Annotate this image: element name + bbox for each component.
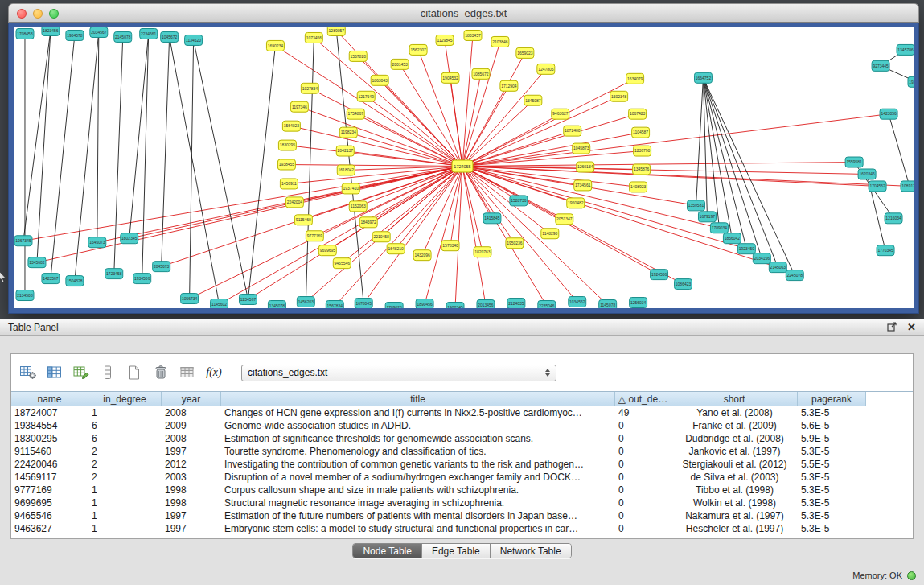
- column-header-short[interactable]: short: [671, 392, 798, 406]
- graph-node[interactable]: 1216034: [885, 213, 902, 224]
- graph-node[interactable]: 1236790: [634, 146, 651, 156]
- column-header-out_de[interactable]: △ out_de…: [615, 392, 671, 406]
- graph-node[interactable]: 1937410: [342, 183, 359, 194]
- tab-node-table[interactable]: Node Table: [353, 544, 422, 558]
- graph-node[interactable]: 1289057: [327, 27, 345, 35]
- graph-node[interactable]: 1345087: [524, 95, 542, 105]
- graph-node[interactable]: 2045673: [153, 262, 170, 272]
- table-row[interactable]: 1938455462009Genome-wide association stu…: [11, 419, 913, 432]
- graph-node[interactable]: 1152063: [349, 201, 367, 212]
- graph-node[interactable]: 2103846: [491, 36, 509, 47]
- graph-node[interactable]: 1712904: [500, 80, 518, 91]
- graph-node[interactable]: 1564023: [282, 121, 300, 131]
- graph-node[interactable]: 1938455: [277, 159, 295, 170]
- graph-node[interactable]: 1408923: [630, 182, 647, 192]
- graph-node[interactable]: 1345078: [268, 301, 285, 308]
- delete-trash-button[interactable]: [150, 362, 171, 383]
- graph-node[interactable]: 1067423: [629, 109, 647, 119]
- table-row[interactable]: 1456911722003Disruption of a novel membe…: [11, 471, 913, 484]
- graph-node[interactable]: 1664752: [694, 72, 712, 83]
- graph-node[interactable]: 1904578: [66, 30, 84, 40]
- graph-node[interactable]: 2042137: [336, 146, 354, 156]
- graph-node[interactable]: 1902345: [446, 303, 464, 308]
- graph-node[interactable]: 9463627: [552, 109, 569, 119]
- graph-node[interactable]: 1104587: [632, 127, 650, 138]
- graph-node[interactable]: 1567820: [349, 51, 367, 61]
- graph-node[interactable]: 2234561: [140, 28, 158, 39]
- graph-node[interactable]: 1734561: [574, 180, 592, 191]
- graph-node[interactable]: 1073456: [305, 32, 322, 43]
- graph-node[interactable]: 1823456: [42, 27, 60, 35]
- close-panel-button[interactable]: ✕: [907, 322, 916, 332]
- graph-node[interactable]: 1134520: [185, 35, 203, 45]
- graph-node[interactable]: 9465546: [333, 258, 351, 269]
- graph-node[interactable]: 1770345: [877, 245, 894, 256]
- column-header-name[interactable]: name: [11, 392, 88, 406]
- graph-node[interactable]: 1528736: [510, 196, 528, 206]
- graph-node[interactable]: 1789023: [385, 303, 403, 308]
- graph-node[interactable]: 2210458: [372, 232, 390, 242]
- graph-node[interactable]: 1678045: [355, 299, 372, 308]
- graph-node[interactable]: 1345602: [28, 257, 46, 268]
- graph-node[interactable]: 1198234: [339, 127, 357, 138]
- function-builder-button[interactable]: f(x): [203, 362, 224, 383]
- graph-node[interactable]: 1359581: [688, 200, 705, 211]
- new-document-button[interactable]: [124, 362, 145, 383]
- graph-node[interactable]: 1924506: [651, 270, 668, 280]
- graph-node[interactable]: 1924502: [908, 76, 914, 87]
- graph-node[interactable]: 1830295: [278, 140, 296, 150]
- graph-node[interactable]: 1056734: [181, 294, 199, 304]
- graph-node[interactable]: 1456911: [280, 179, 298, 189]
- graph-node[interactable]: 2145063: [769, 262, 786, 273]
- column-header-title[interactable]: title: [221, 392, 615, 406]
- graph-node[interactable]: 1504328: [66, 276, 84, 286]
- graph-node[interactable]: 1129845: [436, 35, 454, 45]
- graph-node[interactable]: 1904532: [441, 72, 459, 83]
- graph-node[interactable]: 1648210: [387, 244, 405, 254]
- table-row[interactable]: 1830029562008Estimation of significance …: [11, 432, 913, 445]
- table-row[interactable]: 2242004622012Investigating the contribut…: [11, 458, 913, 471]
- graph-node[interactable]: 1089123: [901, 181, 914, 192]
- graph-node[interactable]: 1267345: [14, 236, 32, 246]
- graph-node[interactable]: 1803457: [464, 30, 482, 40]
- graph-node[interactable]: 1345786: [897, 44, 914, 55]
- graph-node[interactable]: 2134508: [16, 290, 34, 301]
- graph-node[interactable]: 1950482: [567, 198, 585, 208]
- graph-node[interactable]: 1934506: [133, 274, 151, 284]
- minimize-window-button[interactable]: [33, 9, 43, 19]
- graph-node[interactable]: 1423567: [42, 274, 60, 284]
- table-row[interactable]: 977716911998Corpus callosum shape and si…: [11, 484, 913, 496]
- graph-node[interactable]: 1197346: [290, 101, 308, 112]
- graph-node[interactable]: 1845972: [359, 217, 377, 228]
- graph-node[interactable]: 1802345: [121, 233, 138, 244]
- graph-node[interactable]: 2051347: [556, 214, 573, 225]
- graph-node[interactable]: 1723458: [105, 269, 123, 279]
- graph-node[interactable]: 2145078: [114, 31, 132, 42]
- graph-node[interactable]: 9699695: [318, 245, 336, 256]
- graph-node[interactable]: 1423056: [880, 109, 897, 119]
- graph-node[interactable]: 2001453: [391, 59, 409, 69]
- zoom-window-button[interactable]: [49, 9, 59, 19]
- graph-node[interactable]: 1659023: [516, 47, 534, 58]
- graph-node[interactable]: 1148290: [541, 229, 559, 239]
- graph-node[interactable]: 1567834: [326, 301, 343, 308]
- graph-node[interactable]: 1562307: [409, 44, 427, 55]
- graph-node[interactable]: 1086423: [675, 279, 692, 290]
- graph-hub-node[interactable]: 1724055: [452, 160, 473, 172]
- graph-node[interactable]: 1923450: [737, 244, 755, 254]
- table-row[interactable]: 911546021997Tourette syndrome. Phenomeno…: [11, 445, 913, 458]
- column-header-year[interactable]: year: [162, 392, 221, 406]
- graph-node[interactable]: 1620345: [858, 169, 876, 179]
- table-row[interactable]: 946362711997Embryonic stem cells: a mode…: [11, 522, 913, 535]
- graph-node[interactable]: 1027834: [301, 83, 318, 93]
- show-columns-button[interactable]: [44, 362, 65, 383]
- tab-network-table[interactable]: Network Table: [491, 544, 571, 558]
- float-panel-button[interactable]: [887, 320, 897, 335]
- graph-node[interactable]: 2235046: [538, 301, 556, 308]
- table-row[interactable]: 969969511998Structural magnetic resonanc…: [11, 496, 913, 509]
- graph-node[interactable]: 2242004: [285, 197, 303, 208]
- table-row[interactable]: 946554611997Estimation of the future num…: [11, 509, 913, 522]
- graph-node[interactable]: 1432096: [413, 250, 431, 261]
- graph-node[interactable]: 1872400: [564, 126, 581, 136]
- graph-node[interactable]: 1820763: [474, 247, 491, 257]
